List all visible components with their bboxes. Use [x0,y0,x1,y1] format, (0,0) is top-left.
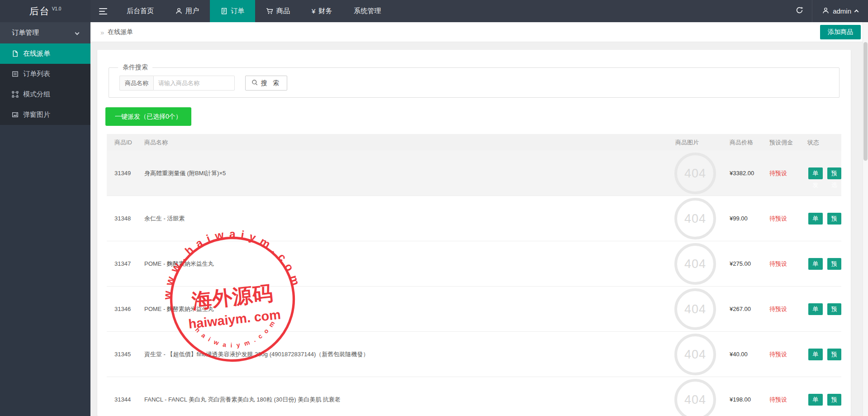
product-image-placeholder: 404 [674,153,716,194]
nav-item-system[interactable]: 系统管理 [343,0,392,22]
search-icon [251,79,258,87]
product-name-input[interactable] [153,76,235,91]
product-price: ¥275.00 [730,241,751,287]
commission-status: 待预设 [769,151,787,196]
sidebar-item-label: 在线派单 [23,49,50,58]
table-row: 31345 資生堂 - 【超低價】fino浸透美容液护发膜 230g (4901… [107,332,841,377]
sidebar-item-label: 订单列表 [23,70,50,78]
single-dispatch-button[interactable]: 单发 [808,258,823,270]
nav-item-orders[interactable]: 订单 [210,0,255,22]
col-header-name: 商品名称 [144,134,168,151]
file-icon [12,50,19,57]
product-id: 31346 [114,287,131,332]
product-id: 31345 [114,332,131,377]
nav-item-finance[interactable]: ¥ 财务 [301,0,343,22]
sidebar-item-popup-images[interactable]: 弹窗图片 [0,105,90,125]
product-name: FANCL - FANCL 美白丸 亮白营養素美白丸 180粒 (30日份) 美… [144,377,341,416]
row-actions: 单发 预选 [808,167,841,179]
nav-label: 订单 [231,7,244,15]
sidebar-item-mode-groups[interactable]: 模式分组 [0,84,90,105]
add-product-button[interactable]: 添加商品 [820,25,861,39]
scrollbar-thumb[interactable] [863,42,868,161]
single-dispatch-button[interactable]: 单发 [808,303,823,315]
user-menu[interactable]: admin [812,0,868,22]
content-card: 条件搜索 商品名称 搜 索 一键派发（已选择0个） 商品ID 商品名称 商品图片… [97,50,851,416]
single-dispatch-button[interactable]: 单发 [808,213,823,225]
hamburger-icon [99,8,107,14]
batch-dispatch-button[interactable]: 一键派发（已选择0个） [105,107,191,126]
breadcrumb-separator: » [100,29,104,36]
table-row: 31346 POME - 麴酵素納米益生丸 404 ¥267.00 待预设 单发… [107,287,841,332]
user-icon [822,7,829,15]
nav-label: 系统管理 [354,7,381,15]
topbar-right: admin [787,0,868,22]
table-row: 31349 身高體重测量儀 (附BMI計算)×5 404 ¥3382.00 待预… [107,151,841,196]
search-panel: 条件搜索 商品名称 搜 索 [109,63,840,98]
search-row: 商品名称 搜 索 [119,76,287,91]
product-price: ¥40.00 [730,332,748,377]
sidebar-group-orders[interactable]: 订单管理 [0,22,90,43]
product-price: ¥198.00 [730,377,751,416]
product-image-placeholder: 404 [674,288,716,330]
col-header-commission: 预设佣金 [769,134,793,151]
commission-status: 待预设 [769,377,787,416]
product-price: ¥267.00 [730,287,751,332]
table-header: 商品ID 商品名称 商品图片 商品价格 预设佣金 状态 [107,134,841,151]
product-id: 31347 [114,241,131,287]
sidebar: 订单管理 在线派单 订单列表 模式分组 弹窗图片 [0,22,90,416]
sidebar-item-online-dispatch[interactable]: 在线派单 [0,43,90,64]
single-dispatch-button[interactable]: 单发 [808,349,823,360]
col-header-status: 状态 [807,134,819,151]
chevron-down-icon [75,31,80,35]
table-row: 31348 余仁生 - 活眼素 404 ¥99.00 待预设 单发 预选 [107,196,841,241]
preselect-button[interactable]: 预选 [827,394,842,406]
top-bar: 后台 V1.0 后台首页 用户 订单 商品 ¥ 财务 系统管理 [0,0,868,22]
col-header-id: 商品ID [114,134,132,151]
col-header-image: 商品图片 [675,134,699,151]
preselect-button[interactable]: 预选 [827,349,842,360]
sidebar-item-label: 模式分组 [23,90,50,99]
col-header-price: 商品价格 [730,134,753,151]
preselect-button[interactable]: 预选 [827,213,842,225]
table-row: 31344 FANCL - FANCL 美白丸 亮白营養素美白丸 180粒 (3… [107,377,841,416]
search-button[interactable]: 搜 索 [245,76,287,91]
sidebar-item-order-list[interactable]: 订单列表 [0,64,90,84]
preselect-button[interactable]: 预选 [827,167,842,179]
refresh-button[interactable] [787,0,812,22]
sidebar-menu: 在线派单 订单列表 模式分组 弹窗图片 [0,43,90,125]
sidebar-item-label: 弹窗图片 [23,110,50,119]
table-row: 31347 POME - 麴酵素納米益生丸 404 ¥275.00 待预设 单发… [107,241,841,287]
row-actions: 单发 预选 [808,303,841,315]
breadcrumb: » 在线派单 [100,22,133,42]
breadcrumb-bar: » 在线派单 添加商品 [90,22,868,42]
list-icon [12,71,19,77]
chevron-up-icon [854,10,859,14]
single-dispatch-button[interactable]: 单发 [808,167,823,179]
product-image-placeholder: 404 [674,379,716,416]
row-actions: 单发 预选 [808,213,841,225]
app-version: V1.0 [52,6,62,11]
nav-item-products[interactable]: 商品 [255,0,301,22]
search-panel-title: 条件搜索 [118,63,152,72]
product-price: ¥3382.00 [730,151,754,196]
nav-item-home[interactable]: 后台首页 [116,0,165,22]
breadcrumb-current: 在线派单 [108,28,133,36]
nav-item-users[interactable]: 用户 [165,0,210,22]
vertical-scrollbar[interactable] [863,22,868,416]
preselect-button[interactable]: 预选 [827,258,842,270]
product-name: 資生堂 - 【超低價】fino浸透美容液护发膜 230g (4901872837… [144,332,369,377]
product-id: 31348 [114,196,131,241]
product-name: 身高體重测量儀 (附BMI計算)×5 [144,151,226,196]
preselect-button[interactable]: 预选 [827,303,842,315]
refresh-icon [796,6,803,16]
row-actions: 单发 预选 [808,349,841,360]
nav-label: 商品 [276,7,290,15]
product-name: POME - 麴酵素納米益生丸 [144,287,214,332]
nav-label: 后台首页 [127,7,154,15]
object-group-icon [12,91,19,98]
image-icon [12,111,19,118]
product-id: 31349 [114,151,131,196]
user-icon [175,8,182,14]
menu-toggle-button[interactable] [90,0,116,22]
single-dispatch-button[interactable]: 单发 [808,394,823,406]
